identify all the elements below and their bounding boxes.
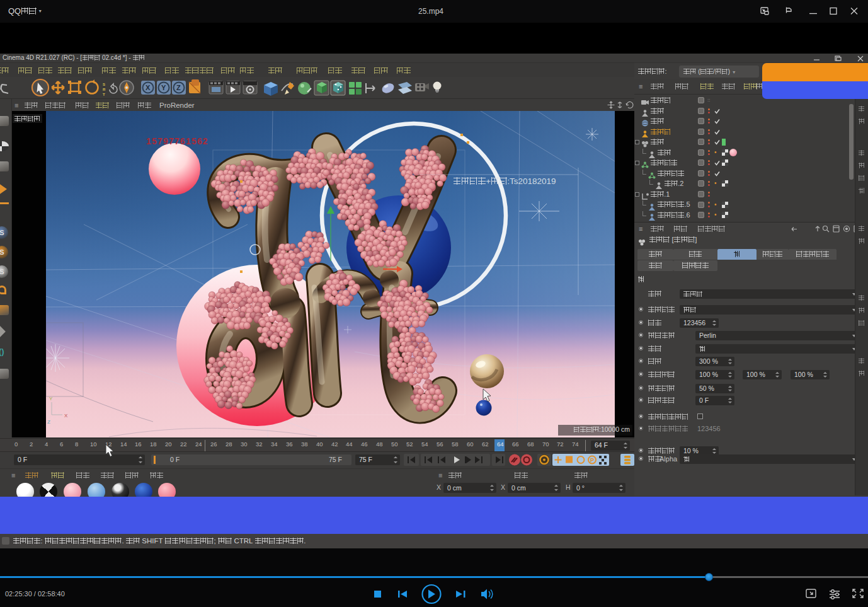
svg-text:Y: Y [161, 84, 166, 91]
svg-text:Y: Y [49, 396, 53, 402]
svg-text:S: S [103, 83, 105, 86]
svg-text:T: T [103, 93, 105, 96]
svg-text:X: X [64, 413, 68, 419]
svg-text:R: R [103, 88, 106, 91]
svg-text:X: X [146, 84, 151, 91]
svg-text:P: P [590, 457, 594, 463]
svg-text:Z: Z [47, 419, 50, 425]
svg-text:Z: Z [176, 84, 181, 91]
